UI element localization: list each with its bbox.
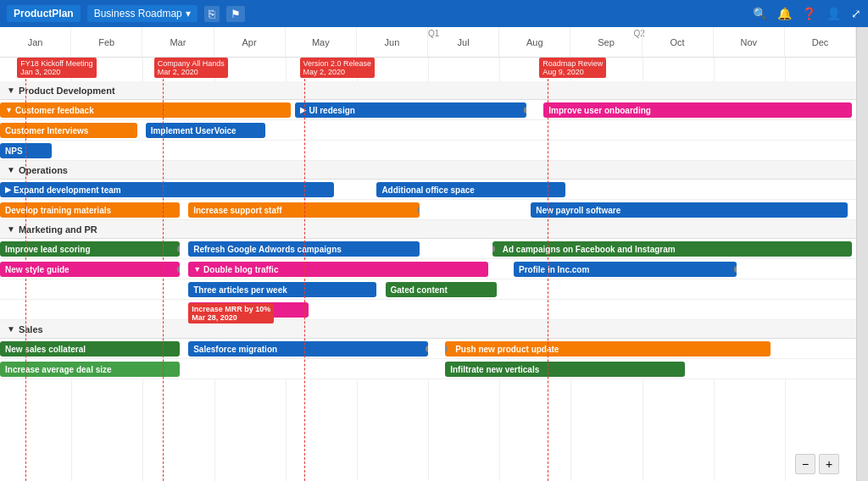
section-operations[interactable]: ▼ Operations [0,161,856,180]
bar-customer-interviews[interactable]: Customer Interviews [0,123,137,138]
bar-row-product-3: NPS [0,141,856,161]
bar-implement-uservoice[interactable]: Implement UserVoice [146,123,265,138]
bar-push-product[interactable]: Push new product update [445,341,771,357]
bar-new-verticals[interactable]: Infiltrate new verticals [445,362,685,377]
milestone-fy18: FY18 Kickoff MeetingJan 3, 2020 [17,58,96,78]
section-title-product: Product Development [19,86,115,96]
section-title-mkt: Marketing and PR [19,224,97,235]
expand-icon[interactable]: ⤢ [851,7,861,20]
breadcrumb[interactable]: Business Roadmap ▾ [87,5,198,22]
top-nav: ProductPlan Business Roadmap ▾ ⎘ ⚑ 🔍 🔔 ❓… [0,0,868,27]
bar-row-product-2: Customer Interviews Implement UserVoice [0,120,856,141]
timeline-body: FY18 Kickoff MeetingJan 3, 2020 Company … [0,58,856,481]
bar-fb-campaigns[interactable]: Ad campaigns on Facebook and Instagram [492,241,852,257]
dashed-line-4 [548,58,548,481]
section-chevron-product: ▼ [7,86,15,95]
conn-dot-8 [445,346,448,352]
zoom-controls: − + [795,454,839,474]
bar-row-ops-2: Develop training materials Increase supp… [0,200,856,220]
zoom-in-button[interactable]: + [819,454,839,474]
section-sales[interactable]: ▼ Sales Increase MRR by 10%Mar 28, 2020 [0,320,856,339]
bar-additional-office[interactable]: Additional office space [376,182,565,197]
bar-row-mkt-4: SEO improvements [0,300,856,320]
help-icon[interactable]: ❓ [802,7,816,20]
month-oct: Oct [643,27,714,57]
bar-sales-collateral[interactable]: New sales collateral [0,341,180,357]
conn-dot-4 [492,246,495,252]
month-dec: Dec [785,27,856,57]
month-mar: Mar [142,27,214,57]
conn-dot-3 [177,246,180,252]
section-chevron-mkt: ▼ [7,224,15,234]
bar-row-product-1: ▼ Customer feedback ▶ UI redesign Improv… [0,100,856,120]
bell-icon[interactable]: 🔔 [777,7,792,20]
bar-improve-onboarding[interactable]: Improve user onboarding [543,102,852,118]
bar-row-mkt-3: Three articles per week Gated content [0,279,856,300]
section-product-dev[interactable]: ▼ Product Development [0,81,856,100]
dashed-line-3 [304,58,305,481]
bar-expand-dev[interactable]: ▶ Expand development team [0,182,334,197]
bar-row-sales-1: New sales collateral Salesforce migratio… [0,339,856,359]
month-aug: Aug [499,27,570,57]
month-jul: Jul [428,27,499,57]
bar-row-ops-1: ▶ Expand development team Additional off… [0,180,856,200]
flag-icon[interactable]: ⚑ [226,6,245,22]
section-title-sales: Sales [19,324,43,334]
bar-three-articles[interactable]: Three articles per week [188,282,376,297]
conn-dot-7 [426,346,428,352]
section-chevron-sales: ▼ [7,324,15,334]
month-feb: Feb [71,27,142,57]
month-may: May [286,27,357,57]
main-container: Q1 Q2 Jan Feb Mar Apr May Jun Jul Aug Se… [0,27,868,481]
app-logo[interactable]: ProductPlan [7,5,81,22]
search-icon[interactable]: 🔍 [753,7,767,20]
conn-dot-1 [524,107,526,113]
bar-style-guide[interactable]: New style guide [0,262,180,277]
nav-right-icons: 🔍 🔔 ❓ 👤 ⤢ [753,7,861,20]
dashed-line-1 [25,58,26,481]
milestone-mrr: Increase MRR by 10%Mar 28, 2020 [188,303,274,323]
bar-row-sales-2: Increase average deal size Infiltrate ne… [0,359,856,379]
bar-gated-content[interactable]: Gated content [386,282,497,297]
timeline-wrapper: Q1 Q2 Jan Feb Mar Apr May Jun Jul Aug Se… [0,27,856,481]
bar-row-mkt-1: Improve lead scoring Refresh Google Adwo… [0,239,856,259]
milestone-allhands: Company All HandsMar 2, 2020 [154,58,228,78]
month-jun: Jun [357,27,428,57]
month-nov: Nov [714,27,785,57]
month-apr: Apr [214,27,286,57]
month-jan: Jan [0,27,71,57]
zoom-out-button[interactable]: − [795,454,815,474]
milestone-v2: Version 2.0 ReleaseMay 2, 2020 [300,58,376,78]
conn-dot-2 [417,207,420,213]
bar-avg-deal[interactable]: Increase average deal size [0,362,180,377]
bar-row-mkt-2: New style guide ▼ Double blog traffic Pr… [0,259,856,279]
timeline-header: Q1 Q2 Jan Feb Mar Apr May Jun Jul Aug Se… [0,27,856,58]
conn-dot-5 [177,266,180,273]
month-sep: Sep [570,27,642,57]
bar-lead-scoring[interactable]: Improve lead scoring [0,241,180,257]
milestone-roadmap: Roadmap ReviewAug 9, 2020 [539,58,606,78]
user-icon[interactable]: 👤 [826,7,841,20]
bar-training-materials[interactable]: Develop training materials [0,202,180,218]
scrollbar[interactable] [856,27,868,481]
bar-blog-traffic[interactable]: ▼ Double blog traffic [188,262,488,277]
conn-dot-6 [734,266,737,273]
section-chevron-ops: ▼ [7,165,15,174]
copy-icon[interactable]: ⎘ [204,6,220,22]
dashed-line-2 [163,58,164,481]
bar-profile-inc[interactable]: Profile in Inc.com [514,262,737,277]
bar-ui-redesign[interactable]: ▶ UI redesign [295,102,526,118]
bar-payroll-software[interactable]: New payroll software [531,202,848,218]
section-marketing[interactable]: ▼ Marketing and PR [0,220,856,239]
bar-customer-feedback[interactable]: ▼ Customer feedback [0,102,291,118]
bar-salesforce[interactable]: Salesforce migration [188,341,428,357]
